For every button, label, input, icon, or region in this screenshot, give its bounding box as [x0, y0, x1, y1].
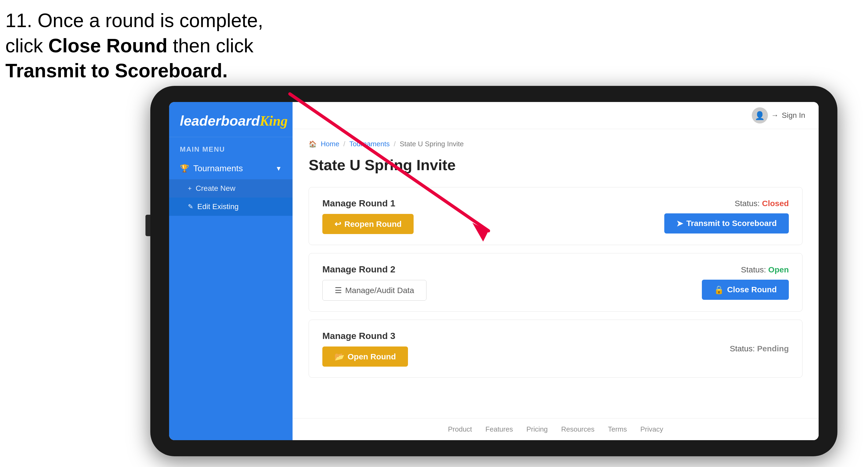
- breadcrumb-tournaments[interactable]: Tournaments: [349, 140, 390, 148]
- lock-icon: 🔒: [714, 285, 724, 294]
- tablet-screen: leaderboardKing MAIN MENU 🏆 Tournaments …: [169, 102, 818, 440]
- breadcrumb-home[interactable]: Home: [321, 140, 339, 148]
- open-round-label: Open Round: [348, 352, 396, 361]
- breadcrumb-current: State U Spring Invite: [400, 140, 464, 148]
- sidebar: leaderboardKing MAIN MENU 🏆 Tournaments …: [169, 102, 292, 440]
- round-3-title: Manage Round 3: [322, 331, 408, 341]
- app-logo: leaderboardKing: [169, 102, 292, 137]
- edit-icon: ✎: [188, 203, 193, 210]
- sidebar-tournaments-label: Tournaments: [193, 163, 243, 174]
- sign-in-button[interactable]: 👤 → Sign In: [752, 107, 805, 123]
- round-3-status: Status: Pending: [730, 344, 789, 353]
- round-1-status: Status: Closed: [735, 199, 789, 208]
- instruction-line2-suffix: then click: [167, 35, 253, 56]
- status-pending-value: Pending: [757, 344, 789, 353]
- breadcrumb-sep2: /: [394, 140, 396, 148]
- round-3-section: Manage Round 3 📂 Open Round Status: Pend…: [309, 320, 803, 378]
- footer-features[interactable]: Features: [486, 425, 513, 433]
- status-closed-value: Closed: [762, 199, 789, 208]
- breadcrumb: 🏠 Home / Tournaments / State U Spring In…: [309, 140, 803, 148]
- round-1-section: Manage Round 1 ↩ Reopen Round Status: Cl…: [309, 187, 803, 245]
- round-3-right: Status: Pending: [730, 344, 789, 353]
- user-icon: 👤: [755, 111, 765, 120]
- round-1-right: Status: Closed ➤ Transmit to Scoreboard: [664, 199, 789, 234]
- transmit-label: Transmit to Scoreboard: [686, 219, 777, 228]
- footer-privacy[interactable]: Privacy: [641, 425, 663, 433]
- main-menu-label: MAIN MENU: [169, 137, 292, 158]
- logo-leaderboard: leaderboard: [180, 113, 260, 129]
- round-2-left: Manage Round 2 ☰ Manage/Audit Data: [322, 264, 427, 301]
- open-round-button[interactable]: 📂 Open Round: [322, 346, 408, 367]
- footer-terms[interactable]: Terms: [608, 425, 627, 433]
- sidebar-edit-existing[interactable]: ✎ Edit Existing: [169, 197, 292, 216]
- round-3-left: Manage Round 3 📂 Open Round: [322, 331, 408, 367]
- close-round-button[interactable]: 🔒 Close Round: [702, 280, 789, 300]
- round-2-status: Status: Open: [741, 265, 789, 274]
- content-area: 🏠 Home / Tournaments / State U Spring In…: [292, 129, 818, 418]
- top-bar: 👤 → Sign In: [292, 102, 818, 129]
- logo-text: leaderboardKing: [180, 113, 282, 129]
- sign-in-icon: →: [771, 111, 779, 120]
- footer-pricing[interactable]: Pricing: [526, 425, 548, 433]
- reopen-round-button[interactable]: ↩ Reopen Round: [322, 214, 413, 234]
- sidebar-submenu: + Create New ✎ Edit Existing: [169, 179, 292, 216]
- round-2-right: Status: Open 🔒 Close Round: [702, 265, 789, 300]
- instruction-block: 11. Once a round is complete, click Clos…: [5, 8, 263, 84]
- round-1-left: Manage Round 1 ↩ Reopen Round: [322, 198, 413, 234]
- main-content: 👤 → Sign In 🏠 Home / Tournaments /: [292, 102, 818, 440]
- instruction-line2-prefix: click: [5, 35, 48, 56]
- folder-icon: 📂: [334, 352, 344, 361]
- instruction-transmit: Transmit to Scoreboard.: [5, 60, 227, 81]
- trophy-icon: 🏆: [180, 164, 189, 173]
- footer-resources[interactable]: Resources: [561, 425, 594, 433]
- close-round-label: Close Round: [727, 285, 777, 294]
- round-2-title: Manage Round 2: [322, 264, 427, 275]
- audit-label: Manage/Audit Data: [345, 286, 414, 295]
- edit-existing-label: Edit Existing: [197, 203, 239, 211]
- breadcrumb-sep1: /: [343, 140, 345, 148]
- instruction-close-round: Close Round: [48, 35, 167, 56]
- status-open-value: Open: [768, 265, 789, 274]
- footer-product[interactable]: Product: [448, 425, 472, 433]
- footer: Product Features Pricing Resources Terms…: [292, 418, 818, 440]
- manage-audit-button[interactable]: ☰ Manage/Audit Data: [322, 280, 427, 301]
- logo-king: King: [260, 113, 288, 129]
- transmit-icon: ➤: [676, 219, 683, 228]
- transmit-scoreboard-button[interactable]: ➤ Transmit to Scoreboard: [664, 213, 789, 234]
- round-2-section: Manage Round 2 ☰ Manage/Audit Data Statu…: [309, 253, 803, 312]
- audit-icon: ☰: [335, 286, 342, 295]
- create-new-label: Create New: [196, 184, 236, 193]
- chevron-down-icon: ▼: [275, 165, 282, 172]
- reopen-icon: ↩: [334, 219, 341, 229]
- tablet-device: leaderboardKing MAIN MENU 🏆 Tournaments …: [150, 86, 837, 456]
- round-1-title: Manage Round 1: [322, 198, 413, 209]
- instruction-line1: 11. Once a round is complete,: [5, 10, 263, 31]
- avatar: 👤: [752, 107, 768, 123]
- page-title: State U Spring Invite: [309, 156, 803, 174]
- home-icon: 🏠: [309, 141, 317, 148]
- plus-icon: +: [188, 185, 192, 192]
- app-layout: leaderboardKing MAIN MENU 🏆 Tournaments …: [169, 102, 818, 440]
- sidebar-create-new[interactable]: + Create New: [169, 179, 292, 197]
- reopen-label: Reopen Round: [344, 220, 402, 229]
- sign-in-label: Sign In: [782, 111, 805, 120]
- sidebar-item-tournaments[interactable]: 🏆 Tournaments ▼: [169, 158, 292, 179]
